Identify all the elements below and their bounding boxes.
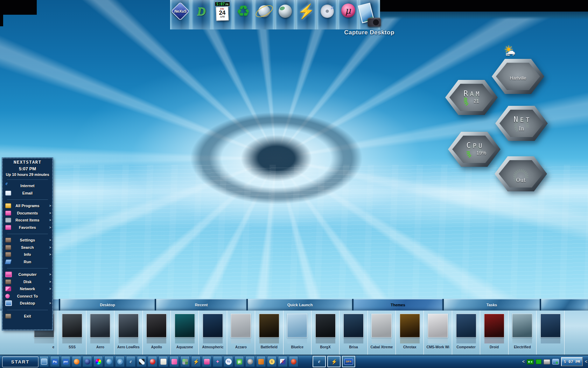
green-square-icon[interactable] bbox=[536, 359, 541, 364]
menu-item-exit[interactable]: Exit bbox=[3, 313, 52, 320]
ram-widget[interactable]: RAM 21 bbox=[445, 80, 498, 115]
quicklaunch-media-player[interactable]: ♪ bbox=[115, 356, 125, 367]
menu-item-all-programs[interactable]: All Programs> bbox=[3, 202, 52, 210]
quicklaunch-media-orb[interactable] bbox=[148, 356, 157, 367]
quicklaunch-color-wheel[interactable] bbox=[93, 356, 103, 367]
weather-widget[interactable]: Hartville bbox=[492, 59, 544, 94]
quicklaunch-swoosh[interactable]: S bbox=[267, 356, 276, 367]
globe-icon bbox=[106, 359, 112, 364]
net-out-widget[interactable]: Out bbox=[495, 156, 547, 191]
quicklaunch-cutter[interactable] bbox=[137, 356, 146, 367]
theme-item-cms-work-wi[interactable]: CMS-Work Wi bbox=[424, 311, 452, 355]
menu-item-computer[interactable]: Computer> bbox=[3, 271, 52, 278]
menu-item-email[interactable]: Email bbox=[3, 190, 52, 197]
theme-item-blueice[interactable]: BlueIce bbox=[284, 311, 312, 355]
quicklaunch-pink-star[interactable] bbox=[213, 356, 222, 367]
printer-icon[interactable] bbox=[544, 359, 550, 364]
theme-item-atmospheric[interactable]: Atmospheric bbox=[199, 311, 227, 355]
theme-item[interactable] bbox=[537, 311, 565, 355]
menu-item-connect-to[interactable]: Connect To bbox=[3, 293, 52, 300]
menu-item-recent-items[interactable]: Recent Items> bbox=[3, 217, 52, 224]
quicklaunch-mutorrent[interactable]: μ bbox=[234, 356, 244, 367]
menu-item-info[interactable]: Info> bbox=[3, 251, 52, 258]
dock-item-lightning[interactable] bbox=[296, 0, 317, 29]
tab-desktop[interactable]: Desktop bbox=[60, 299, 155, 311]
theme-label: Atmospheric bbox=[199, 345, 226, 349]
theme-item-brisa[interactable]: Brisa bbox=[340, 311, 368, 355]
task-dfx[interactable]: DFX bbox=[342, 356, 355, 367]
theme-item-apollo[interactable]: Apollo bbox=[143, 311, 171, 355]
cpu-widget[interactable]: CPU 19% bbox=[448, 132, 500, 167]
menu-item-settings[interactable]: Settings> bbox=[3, 237, 52, 244]
dock-item-mu-player[interactable]: μ bbox=[338, 0, 359, 29]
dock-item-capture-desktop[interactable] bbox=[359, 0, 380, 29]
quicklaunch-winzip[interactable] bbox=[191, 356, 201, 367]
menu-item-favorites[interactable]: Favorites> bbox=[3, 224, 52, 231]
quicklaunch-tuneup[interactable]: TU bbox=[224, 356, 233, 367]
tab-recent[interactable]: Recent bbox=[156, 299, 246, 311]
monitor-pink-icon bbox=[5, 272, 12, 277]
quicklaunch-picture[interactable] bbox=[256, 356, 266, 367]
chevron-right-icon[interactable]: < bbox=[585, 359, 587, 364]
quicklaunch-internet-explorer[interactable]: e bbox=[126, 356, 135, 367]
tray-clock[interactable]: 5 07 PM bbox=[561, 357, 583, 366]
quicklaunch-show-desktop[interactable] bbox=[39, 356, 49, 367]
dock-item-objectdock[interactable]: D bbox=[191, 0, 212, 29]
start-menu-title: NEXTSTART bbox=[3, 159, 52, 165]
menu-item-disk[interactable]: Disk> bbox=[3, 278, 52, 286]
tab-tasks[interactable]: Tasks bbox=[444, 299, 540, 311]
theme-item-aero[interactable]: Aero bbox=[86, 311, 114, 355]
quicklaunch-pink-case[interactable] bbox=[202, 356, 211, 367]
menu-item-network[interactable]: Network> bbox=[3, 285, 52, 293]
quicklaunch-pink-banner[interactable] bbox=[169, 356, 179, 367]
theme-item-electrified[interactable]: Electrified bbox=[509, 311, 537, 355]
theme-item-aquazone[interactable]: Aquazone bbox=[171, 311, 199, 355]
dock-item-music-cd[interactable] bbox=[317, 0, 338, 29]
dock-item-nexus[interactable]: NeXuS bbox=[170, 0, 191, 29]
tab-quick-launch[interactable]: Quick Launch bbox=[248, 299, 352, 311]
dock-item-calendar-clock[interactable]: 5:07PMFRI24APR bbox=[212, 0, 233, 29]
flame-icon bbox=[74, 359, 79, 364]
theme-item-chrotax[interactable]: Chrotax bbox=[396, 311, 424, 355]
tab-themes[interactable]: Themes bbox=[354, 299, 442, 311]
menu-item-documents[interactable]: Documents> bbox=[3, 210, 52, 217]
quicklaunch-mascot[interactable] bbox=[289, 356, 298, 367]
task-winzip[interactable] bbox=[327, 356, 341, 367]
quicklaunch-photoshop[interactable]: Ps bbox=[50, 356, 59, 367]
theme-item-droid[interactable]: Droid bbox=[480, 311, 508, 355]
quicklaunch-blocks[interactable] bbox=[180, 356, 190, 367]
quicklaunch-notepad[interactable] bbox=[159, 356, 168, 367]
exit-icon bbox=[5, 314, 11, 319]
theme-item-sss[interactable]: SSS bbox=[58, 311, 86, 355]
menu-item-label: Disk bbox=[23, 280, 31, 284]
dock-item-recycle-bin[interactable] bbox=[233, 0, 254, 29]
theme-item-battlefield[interactable]: Battlefield bbox=[255, 311, 283, 355]
theme-item-aero-lowres[interactable]: Aero LowRes bbox=[114, 311, 142, 355]
chevron-left-icon[interactable]: < bbox=[522, 359, 525, 364]
start-menu: NEXTSTART 5:07 PM Up 10 hours 29 minutes… bbox=[2, 158, 53, 330]
menu-item-run[interactable]: Run bbox=[3, 258, 52, 266]
menu-item-desktop[interactable]: Desktop> bbox=[3, 300, 52, 307]
menu-item-search[interactable]: Search> bbox=[3, 244, 52, 251]
dock-item-world-globe[interactable] bbox=[275, 0, 296, 29]
status-green-icon[interactable] bbox=[527, 359, 534, 364]
quicklaunch-globe[interactable] bbox=[104, 356, 114, 367]
quicklaunch-flame[interactable] bbox=[72, 356, 81, 367]
task-internet-explorer[interactable]: e bbox=[313, 356, 326, 367]
theme-item-borgx[interactable]: BorgX bbox=[312, 311, 340, 355]
atom-globe-icon bbox=[255, 2, 273, 20]
internet-explorer-icon: e bbox=[128, 359, 134, 364]
dock-item-atom-globe[interactable] bbox=[254, 0, 275, 29]
quicklaunch-disc[interactable] bbox=[245, 356, 255, 367]
theme-item-cabal-xtreme[interactable]: Cabal Xtreme bbox=[368, 311, 396, 355]
quicklaunch-photoshop-elements[interactable]: pse bbox=[61, 356, 70, 367]
quicklaunch-dark-orb[interactable] bbox=[83, 356, 92, 367]
menu-item-internet[interactable]: Internet bbox=[3, 182, 52, 190]
start-button[interactable]: START bbox=[2, 356, 38, 367]
top-left-black-bar2 bbox=[0, 15, 3, 26]
quicklaunch-zoner[interactable]: Z bbox=[278, 356, 287, 367]
net-widget[interactable]: NET In bbox=[495, 106, 548, 141]
network-icon[interactable] bbox=[552, 359, 559, 364]
theme-item-compewter[interactable]: Compewter bbox=[452, 311, 480, 355]
theme-item-azzaro[interactable]: Azzaro bbox=[227, 311, 255, 355]
